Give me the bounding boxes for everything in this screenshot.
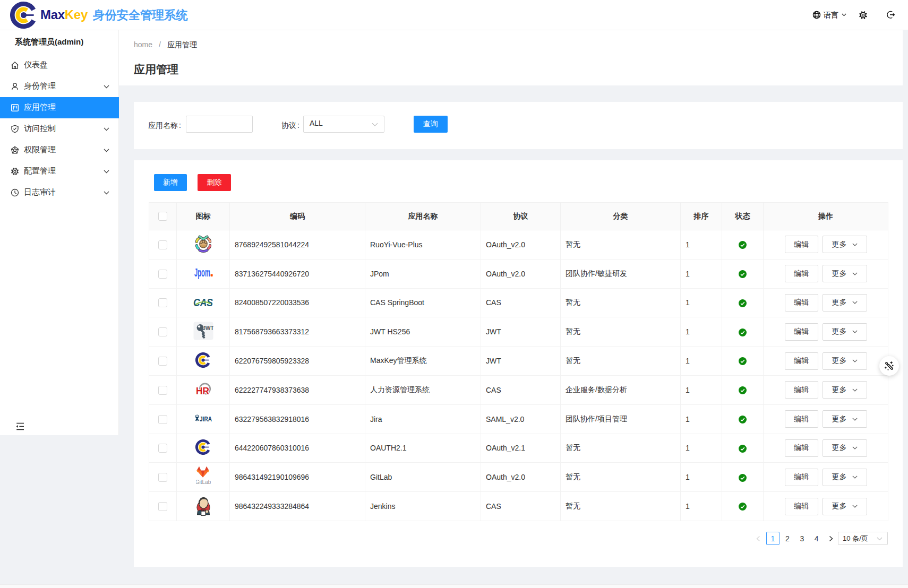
svg-text:HR: HR — [196, 385, 209, 396]
svg-text:JIRA: JIRA — [200, 415, 212, 423]
svg-text:JWT: JWT — [202, 325, 213, 331]
svg-text:Jpom: Jpom — [194, 266, 210, 279]
svg-text:GitLab: GitLab — [196, 479, 211, 485]
